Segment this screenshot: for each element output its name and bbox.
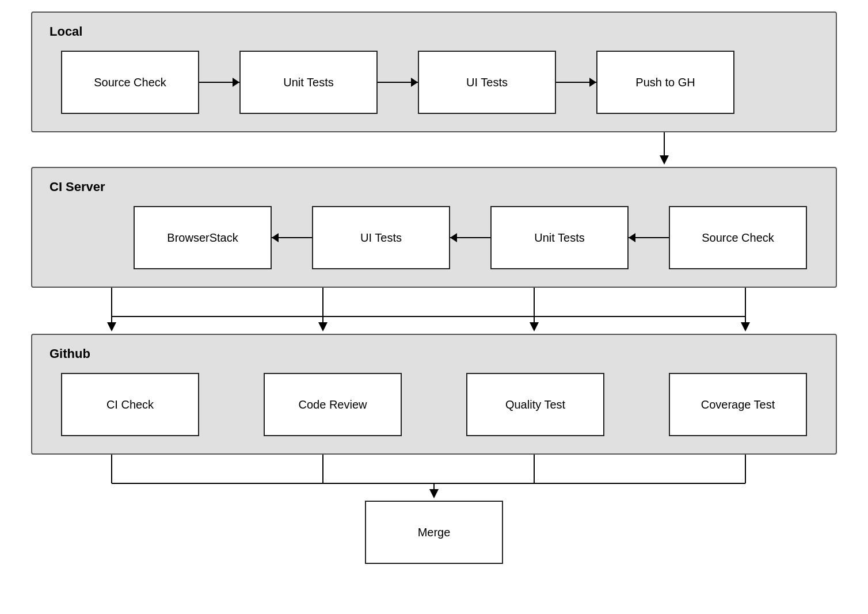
node-source-check-local-label: Source Check (94, 76, 166, 89)
arrow-local-2 (378, 77, 418, 88)
connector-local-to-ci (31, 132, 837, 167)
connector-ci-to-github (31, 288, 837, 334)
node-ui-tests-ci-label: UI Tests (360, 231, 402, 245)
node-ci-check-label: CI Check (106, 398, 154, 411)
local-row: Source Check Unit Tests UI Tests Push to… (50, 51, 818, 114)
node-browserstack-label: BrowserStack (167, 231, 238, 245)
node-ui-tests-ci: UI Tests (312, 206, 450, 269)
node-coverage-test-label: Coverage Test (701, 398, 775, 411)
node-push-gh-label: Push to GH (635, 76, 695, 89)
node-source-check-ci: Source Check (669, 206, 807, 269)
arrow-local-3 (556, 77, 596, 88)
svg-marker-8 (318, 322, 328, 331)
svg-marker-14 (741, 322, 750, 331)
merge-section: Merge (31, 501, 837, 564)
node-quality-test-label: Quality Test (505, 398, 565, 411)
node-coverage-test: Coverage Test (669, 373, 807, 436)
node-browserstack: BrowserStack (134, 206, 272, 269)
arrow-ci-3 (629, 232, 669, 243)
arrow-local-1 (199, 77, 239, 88)
node-ui-tests-local: UI Tests (418, 51, 556, 114)
node-merge-label: Merge (418, 526, 451, 539)
ci-section: CI Server BrowserStack UI Tests Unit Tes… (31, 167, 837, 288)
node-source-check-ci-label: Source Check (702, 231, 774, 245)
local-label: Local (50, 24, 818, 39)
node-unit-tests-local-label: Unit Tests (283, 76, 333, 89)
node-quality-test: Quality Test (466, 373, 604, 436)
diagram-container: Local Source Check Unit Tests UI Tests P… (31, 12, 837, 564)
node-ui-tests-local-label: UI Tests (466, 76, 508, 89)
node-push-gh: Push to GH (596, 51, 734, 114)
svg-marker-21 (429, 489, 439, 498)
node-merge: Merge (365, 501, 503, 564)
github-label: Github (50, 346, 818, 361)
ci-label: CI Server (50, 180, 818, 195)
node-source-check-local: Source Check (61, 51, 199, 114)
connector-github-to-merge (31, 455, 837, 501)
node-code-review: Code Review (264, 373, 402, 436)
github-row: CI Check Code Review Quality Test Covera… (50, 373, 818, 436)
local-section: Local Source Check Unit Tests UI Tests P… (31, 12, 837, 132)
arrow-ci-2 (450, 232, 490, 243)
github-section: Github CI Check Code Review Quality Test… (31, 334, 837, 455)
node-unit-tests-ci-label: Unit Tests (534, 231, 584, 245)
arrow-ci-1 (272, 232, 312, 243)
svg-marker-1 (660, 155, 669, 165)
svg-marker-5 (107, 322, 116, 331)
node-unit-tests-ci: Unit Tests (490, 206, 629, 269)
node-ci-check: CI Check (61, 373, 199, 436)
svg-marker-11 (530, 322, 539, 331)
node-code-review-label: Code Review (299, 398, 367, 411)
node-unit-tests-local: Unit Tests (239, 51, 378, 114)
ci-row: BrowserStack UI Tests Unit Tests Source … (50, 206, 818, 269)
